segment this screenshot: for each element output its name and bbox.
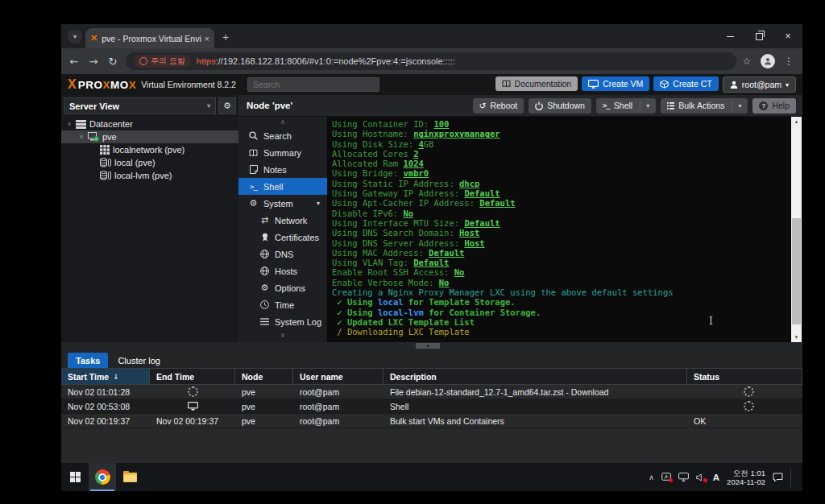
column-header-description[interactable]: Description (383, 369, 687, 384)
scroll-down-arrow-icon[interactable]: ▼ (791, 333, 802, 342)
collapse-arrow-icon: ▼ (425, 344, 430, 349)
minimize-icon (727, 36, 734, 37)
task-row[interactable]: Nov 02 01:01:28pveroot@pamFile debian-12… (61, 385, 802, 399)
menu-item-search[interactable]: Search (238, 127, 327, 144)
column-header-node[interactable]: Node (235, 369, 293, 384)
tree-item-pve[interactable]: ∨pve (61, 130, 238, 143)
ime-indicator[interactable]: A (713, 473, 719, 482)
column-header-status[interactable]: Status (687, 369, 802, 384)
security-warning-badge[interactable]: 주의 요함 (134, 55, 191, 68)
minimize-button[interactable] (715, 24, 744, 48)
menu-item-options[interactable]: ⚙Options (238, 279, 327, 296)
documentation-button[interactable]: Documentation (495, 76, 578, 91)
tree-item-datacenter[interactable]: ∨Datacenter (61, 118, 238, 130)
menu-item-certificates[interactable]: Certificates (238, 229, 327, 246)
tab-tasks[interactable]: Tasks (68, 353, 108, 368)
create-ct-button[interactable]: Create CT (653, 76, 718, 91)
help-icon: ? (759, 101, 768, 110)
storage-icon (100, 158, 111, 167)
tab-search-button[interactable]: ▾ (68, 30, 82, 43)
tree-item-local-pve-[interactable]: local (pve) (61, 156, 238, 169)
menu-item-time[interactable]: Time (238, 296, 327, 313)
view-selector[interactable]: Server View ▾ (64, 97, 216, 114)
panel-splitter[interactable]: ▼ (61, 342, 802, 350)
expand-chevron-icon[interactable]: ∨ (66, 121, 73, 127)
bookmark-star-icon[interactable]: ☆ (736, 56, 757, 67)
console-line: Using MAC Address: Default (332, 248, 674, 258)
console-line: Using Container ID: 100 (332, 119, 674, 129)
menu-item-notes[interactable]: Notes (238, 161, 327, 178)
scroll-up-arrow-icon[interactable]: ▲ (791, 117, 802, 126)
menu-item-dns[interactable]: DNS (238, 246, 327, 262)
terminal-icon: >_ (603, 101, 610, 109)
spinner-icon (150, 385, 235, 399)
view-selector-label: Server View (69, 101, 119, 111)
scrollbar-thumb[interactable] (792, 218, 801, 324)
console-line: Using Disk Size: 4GB (332, 139, 674, 149)
shell-console[interactable]: Using Container ID: 100Using Hostname: n… (327, 117, 802, 342)
address-bar[interactable]: 주의 요함 https://192.168.122.81:8006/#v1:0:… (126, 52, 736, 70)
start-button[interactable] (61, 463, 89, 491)
new-tab-button[interactable]: + (219, 31, 232, 43)
menu-item-summary[interactable]: Summary (238, 144, 327, 161)
root-pam-button[interactable]: root@pam▾ (723, 76, 796, 93)
browser-tab[interactable]: ✕ pve - Proxmox Virtual Environm × (85, 28, 214, 48)
task-node: pve (235, 414, 293, 428)
help-button[interactable]: ?Help (752, 98, 796, 114)
globe-icon (259, 250, 270, 258)
menu-item-network[interactable]: ⇄Network (238, 212, 327, 229)
tab-close-icon[interactable]: × (205, 34, 209, 43)
close-button[interactable]: × (773, 24, 802, 48)
menu-item-system[interactable]: ⚙System▾ (238, 195, 327, 212)
menu-item-system-log[interactable]: System Log (238, 313, 327, 330)
bulk-actions-button[interactable]: Bulk Actions▾ (661, 98, 748, 114)
button-label: Reboot (490, 101, 517, 110)
tree-item-local-lvm-pve-[interactable]: local-lvm (pve) (61, 169, 238, 182)
menu-item-hosts[interactable]: Hosts (238, 262, 327, 279)
show-desktop-divider[interactable] (790, 468, 791, 487)
shell-button[interactable]: >_Shell▾ (596, 98, 656, 114)
profile-avatar[interactable] (761, 54, 775, 68)
menu-scroll-up[interactable]: ∧ (238, 117, 327, 127)
reboot-button[interactable]: ↺Reboot (473, 98, 524, 114)
create-vm-button[interactable]: Create VM (582, 76, 649, 91)
tray-app-icon[interactable] (661, 473, 671, 481)
task-row[interactable]: Nov 02 00:19:37Nov 02 00:19:37pveroot@pa… (61, 414, 802, 428)
column-header-start-time[interactable]: Start Time↓ (61, 369, 150, 384)
console-line: ✓ Using local for Template Storage. (332, 297, 674, 307)
tree-item-localnetwork-pve-[interactable]: localnetwork (pve) (61, 143, 238, 156)
shutdown-button[interactable]: Shutdown (529, 98, 591, 114)
windows-logo-icon (70, 472, 81, 482)
column-header-end-time[interactable]: End Time (150, 369, 235, 384)
terminal-icon: >_ (248, 183, 259, 191)
forward-button[interactable]: → (84, 56, 103, 68)
clock-icon (259, 300, 270, 309)
taskbar-explorer-button[interactable] (116, 463, 143, 491)
task-row[interactable]: Nov 02 00:53:08pveroot@pamShell (61, 399, 802, 414)
warning-badge-label: 주의 요함 (151, 56, 185, 67)
console-line: Using Interface MTU Size: Default (332, 218, 674, 228)
system-tray: ∧ A 오전 1:01 2024-11-02 (649, 468, 791, 487)
column-header-user-name[interactable]: User name (293, 369, 383, 384)
tray-volume-icon[interactable] (696, 473, 706, 481)
browser-menu-icon[interactable]: ⋮ (778, 56, 799, 67)
expand-chevron-icon[interactable]: ∨ (78, 134, 85, 140)
tab-cluster-log[interactable]: Cluster log (110, 353, 168, 368)
sidebar-settings-button[interactable]: ⚙ (218, 97, 236, 114)
clock-date: 2024-11-02 (727, 477, 765, 486)
tasks-table-body: Nov 02 01:01:28pveroot@pamFile debian-12… (61, 385, 802, 428)
menu-item-shell[interactable]: >_Shell (238, 178, 327, 195)
tray-expand-button[interactable]: ∧ (649, 473, 654, 481)
reload-button[interactable]: ↻ (103, 56, 122, 68)
taskbar-chrome-button[interactable] (89, 463, 116, 491)
taskbar-clock[interactable]: 오전 1:01 2024-11-02 (727, 469, 765, 486)
splitter-handle[interactable]: ▼ (416, 343, 440, 349)
tray-network-icon[interactable] (678, 473, 689, 481)
back-button[interactable]: ← (64, 56, 84, 68)
action-center-button[interactable] (773, 473, 783, 482)
restore-button[interactable] (744, 24, 773, 48)
global-search-input[interactable] (247, 77, 379, 92)
console-scrollbar[interactable]: ▲ ▼ (791, 117, 802, 342)
menu-scroll-down[interactable]: ∨ (238, 330, 327, 341)
button-label: root@pam (742, 80, 781, 89)
